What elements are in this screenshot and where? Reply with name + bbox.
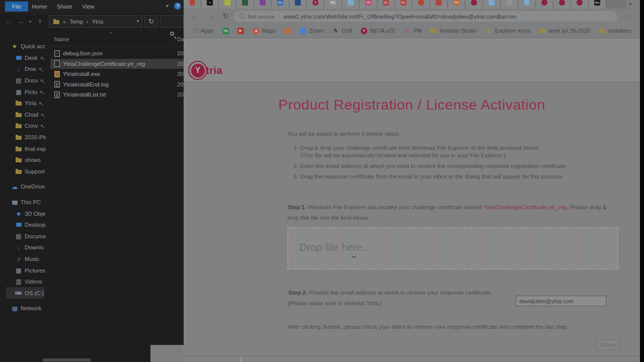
new-tab-button[interactable]: +: [628, 0, 632, 8]
bookmark-item[interactable]: Installers: [599, 28, 631, 34]
browser-back-icon[interactable]: ←: [191, 12, 199, 20]
breadcrumb-temp[interactable]: Temp: [69, 19, 83, 25]
bookmark-star-icon[interactable]: ☆: [624, 13, 630, 20]
up-icon[interactable]: ↑: [38, 17, 42, 25]
browser-tab[interactable]: [501, 0, 518, 9]
url-text[interactable]: www2.ytria.com/WebSite.nsf/Fr_OfflineReg…: [283, 14, 604, 20]
browser-tab[interactable]: OX: [448, 0, 465, 9]
sidebar-item-3d-obje[interactable]: 3D Obje: [6, 208, 44, 219]
browser-tab[interactable]: [219, 0, 236, 9]
sidebar-item-desktop[interactable]: Desktop: [6, 219, 44, 231]
breadcrumb-ytria[interactable]: Ytria: [92, 19, 104, 25]
sidebar-item-onedrive[interactable]: OneDrive: [6, 181, 44, 193]
sidebar-item-videos[interactable]: Videos: [6, 276, 44, 288]
sidebar-item-shows[interactable]: shows: [6, 154, 44, 166]
browser-tab[interactable]: ϟ: [201, 0, 219, 9]
browser-tab[interactable]: [518, 0, 536, 9]
file-row[interactable]: YtriaInstallEnd.log20: [50, 79, 184, 90]
bookmark-item[interactable]: work jul 29-2020: [539, 28, 590, 34]
search-box[interactable]: [160, 15, 184, 28]
sidebar-item-downlo[interactable]: Downlo: [6, 242, 44, 253]
column-header-date[interactable]: Da: [177, 36, 184, 42]
file-row[interactable]: debugJson.json20: [50, 48, 184, 59]
browser-tab[interactable]: hrs: [589, 0, 606, 9]
file-menu-button[interactable]: File: [5, 2, 28, 12]
browser-tab[interactable]: [536, 0, 553, 9]
sidebar-item-chad[interactable]: Chad: [6, 109, 44, 121]
bookmark-item[interactable]: ξExplorer Keys: [486, 28, 530, 34]
challenge-file-link[interactable]: YtriaChallengeCertificate.ytr_reg: [484, 204, 567, 210]
browser-tab[interactable]: GL: [272, 0, 289, 9]
ribbon-collapse-icon[interactable]: ▾: [166, 3, 169, 9]
file-row[interactable]: YtriaInstall.exe20: [50, 69, 184, 79]
bookmark-item[interactable]: Apps: [191, 28, 214, 34]
browser-tab[interactable]: [465, 0, 483, 9]
browser-tab[interactable]: YP: [360, 0, 377, 9]
browser-reload-icon[interactable]: ↻: [222, 12, 229, 21]
file-row[interactable]: YtriaInstallList.txt20: [50, 89, 184, 100]
browser-tab[interactable]: Y: [307, 0, 325, 9]
browser-tab[interactable]: [236, 0, 254, 9]
recent-locations-icon[interactable]: ▾: [29, 19, 32, 24]
ytria-logo[interactable]: Y tria: [188, 61, 222, 80]
back-icon[interactable]: ←: [5, 17, 12, 25]
bookmark-item[interactable]: TD: [222, 28, 229, 34]
browser-tab[interactable]: [571, 0, 589, 9]
address-bar[interactable]: ⓘ Not secure www2.ytria.com/WebSite.nsf/…: [234, 11, 617, 22]
sidebar-item-music[interactable]: Music: [6, 253, 44, 265]
sidebar-item-docu[interactable]: Docu: [6, 75, 44, 86]
forward-icon[interactable]: →: [17, 17, 24, 25]
bookmark-item[interactable]: Zoom: [299, 28, 324, 34]
sort-caret-icon[interactable]: ^: [110, 31, 112, 36]
bookmark-item[interactable]: ▶: [237, 28, 244, 34]
browser-tab[interactable]: [413, 0, 430, 9]
bookmark-item[interactable]: [284, 28, 291, 34]
info-icon[interactable]: ⓘ: [239, 12, 245, 21]
bookmark-item[interactable]: uPM: [404, 28, 422, 34]
bookmark-item[interactable]: ϟDrift: [332, 28, 352, 34]
address-dropdown-icon[interactable]: ▾: [136, 19, 139, 24]
browser-tab[interactable]: PRL: [325, 0, 342, 9]
sidebar-item-2020-ph[interactable]: 2020-Ph: [6, 132, 44, 143]
bookmark-item[interactable]: Maps: [253, 28, 276, 34]
browser-tab[interactable]: [483, 0, 501, 9]
browser-forward-icon[interactable]: →: [207, 12, 214, 20]
sidebar-item-quick-acc[interactable]: Quick acc: [6, 41, 44, 52]
column-header-name[interactable]: Name: [54, 36, 69, 42]
sidebar-item-os-c-[interactable]: OS (C:): [6, 287, 44, 299]
ribbon-tab-share[interactable]: Share: [57, 4, 72, 10]
refresh-button[interactable]: ↻: [144, 15, 158, 28]
sidebar-item-network[interactable]: Network: [6, 303, 44, 314]
sidebar-item-conv[interactable]: Conv: [6, 120, 44, 132]
help-button[interactable]: ?: [174, 3, 181, 10]
bookmark-item[interactable]: Invision Studio: [430, 28, 476, 34]
email-input[interactable]: [516, 296, 606, 306]
drop-zone[interactable]: Drop file here...: [287, 227, 618, 269]
browser-tab[interactable]: [342, 0, 360, 9]
sidebar-item-pictures[interactable]: Pictures: [6, 264, 44, 276]
browser-tab[interactable]: [254, 0, 272, 9]
browser-tab[interactable]: [430, 0, 448, 9]
sidebar-item-this-pc[interactable]: This PC: [6, 197, 44, 208]
sidebar-item-ytria[interactable]: Ytria: [6, 98, 44, 109]
address-breadcrumb[interactable]: « Temp › Ytria ▾: [49, 15, 142, 28]
browser-tab[interactable]: [553, 0, 571, 9]
zoom-out-icon[interactable]: [608, 15, 612, 19]
horizontal-scrollbar-thumb[interactable]: [43, 358, 91, 361]
sidebar-item-desk[interactable]: Desk: [6, 52, 44, 64]
submit-button[interactable]: Submit: [596, 340, 620, 349]
ribbon-tab-view[interactable]: View: [82, 4, 95, 10]
browser-tab[interactable]: GL: [395, 0, 413, 9]
sidebar-item-dow[interactable]: Dow: [6, 63, 44, 75]
file-row[interactable]: YtriaChallengeCertificate.ytr_reg20: [50, 59, 184, 69]
sidebar-item-docume[interactable]: Docume: [6, 231, 44, 242]
sidebar-item-final-exp[interactable]: final exp: [6, 143, 44, 154]
bookmark-item[interactable]: YBETA v20: [361, 28, 395, 34]
browser-tab[interactable]: GL: [377, 0, 395, 9]
sidebar-item-pictu[interactable]: Pictu: [6, 86, 44, 98]
sidebar-item-support[interactable]: Support: [6, 166, 44, 177]
browser-tab[interactable]: [289, 0, 307, 9]
browser-tab[interactable]: [184, 0, 201, 9]
column-divider[interactable]: [174, 34, 175, 44]
ribbon-tab-home[interactable]: Home: [32, 4, 47, 10]
